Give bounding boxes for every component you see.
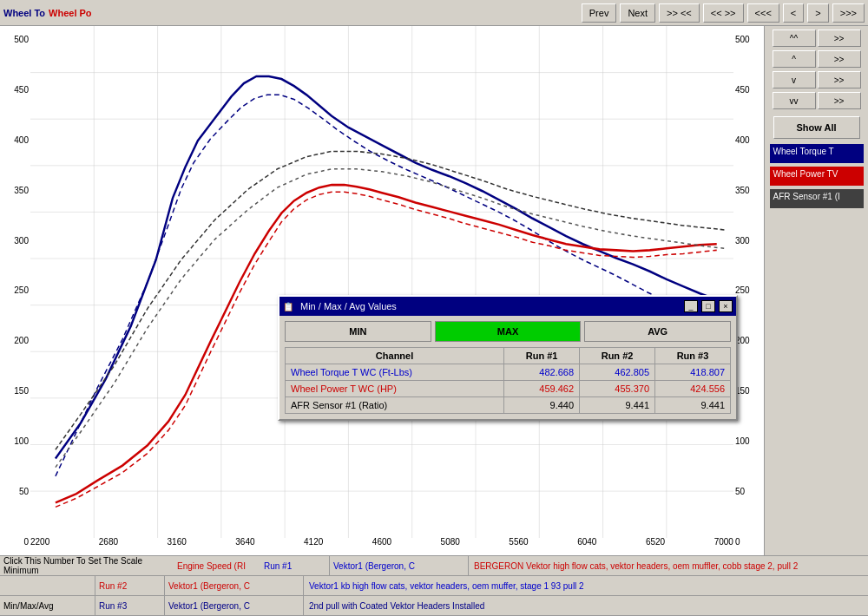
modal-dialog: 📋 Min / Max / Avg Values _ □ × MIN MAX A… (278, 295, 738, 421)
cell-power-run3: 424.556 (655, 381, 731, 397)
btn-forward-fastest[interactable]: >>> (832, 3, 865, 23)
scroll-right-fast-btn[interactable]: >> (818, 29, 861, 47)
modal-title: Min / Max / Avg Values (300, 301, 681, 311)
col-channel: Channel (286, 348, 504, 364)
table-row-power: Wheel Power T WC (HP) 459.462 455.370 42… (286, 381, 731, 397)
run3-full-desc: 2nd pull with Coated Vektor Headers Inst… (304, 596, 868, 615)
btn-back-fastest[interactable]: <<< (747, 3, 779, 23)
bottom-row-run3: Min/Max/Avg Run #3 Vektor1 (Bergeron, C … (0, 596, 868, 616)
btn-forward-fast[interactable]: >> << (659, 3, 700, 23)
run1-short-header: Vektor1 (Bergeron, C (330, 556, 469, 575)
cell-afr-run3: 9.441 (655, 397, 731, 414)
scroll-row-1: ^^ >> (773, 29, 861, 47)
col-run3: Run #3 (655, 348, 731, 364)
bottom-first-row: Click This Number To Set The Scale Minim… (0, 556, 868, 576)
run2-short: Vektor1 (Bergeron, C (165, 576, 304, 595)
bottom-bar: Click This Number To Set The Scale Minim… (0, 555, 868, 616)
modal-minimize-button[interactable]: _ (684, 300, 698, 312)
scroll-down-btn[interactable]: v (773, 71, 816, 88)
cell-power-run1: 459.462 (504, 381, 580, 397)
modal-titlebar: 📋 Min / Max / Avg Values _ □ × (279, 297, 736, 316)
scroll-row-3: v >> (773, 71, 861, 88)
cell-afr-run1: 9.440 (504, 397, 580, 414)
scroll-up-btn[interactable]: ^ (773, 50, 816, 68)
run1-label-header: Run #1 (260, 556, 330, 575)
chart-svg (30, 26, 733, 538)
cell-afr-run2: 9.441 (580, 397, 655, 414)
scroll-down-fast-btn[interactable]: vv (773, 92, 816, 109)
modal-maximize-button[interactable]: □ (701, 300, 715, 312)
legend-afr-sensor[interactable]: AFR Sensor #1 (I (770, 189, 864, 208)
tab-min[interactable]: MIN (285, 321, 431, 342)
run2-full-desc: Vektor1 kb high flow cats, vektor header… (304, 576, 868, 595)
next-button[interactable]: Next (620, 3, 655, 23)
cell-afr-channel: AFR Sensor #1 (Ratio) (286, 397, 504, 414)
cell-power-channel: Wheel Power T WC (HP) (286, 381, 504, 397)
chart-container: 500 450 400 350 300 250 200 150 100 50 0… (0, 26, 764, 555)
scroll-up-fast-btn[interactable]: ^^ (773, 29, 816, 47)
tab-max[interactable]: MAX (435, 321, 582, 342)
engine-speed-label: Engine Speed (RI (174, 560, 260, 573)
prev-button[interactable]: Prev (582, 3, 617, 23)
y-axis-right: 500 450 400 350 300 250 200 150 100 50 0 (733, 26, 764, 555)
run3-label: Run #3 (95, 596, 165, 615)
run3-short: Vektor1 (Bergeron, C (165, 596, 304, 615)
table-row-afr: AFR Sensor #1 (Ratio) 9.440 9.441 9.441 (286, 397, 731, 414)
tab-row: MIN MAX AVG (285, 321, 731, 342)
y-axis-left: 500 450 400 350 300 250 200 150 100 50 0 (0, 26, 30, 555)
click-scale-label: Click This Number To Set The Scale Minim… (0, 554, 174, 577)
min-max-avg-label (0, 576, 95, 595)
btn-left[interactable]: < (783, 3, 804, 23)
main-area: 500 450 400 350 300 250 200 150 100 50 0… (0, 26, 868, 555)
min-max-avg-label-2: Min/Max/Avg (0, 596, 95, 615)
run2-label: Run #2 (95, 576, 165, 595)
wheel-power-label: Wheel Po (49, 8, 92, 18)
modal-close-button[interactable]: × (719, 300, 733, 312)
wheel-torque-label: Wheel To (3, 8, 45, 18)
scroll-right-slow-btn[interactable]: >> (818, 71, 861, 88)
btn-back-fast[interactable]: << >> (703, 3, 744, 23)
run1-full-desc: BERGERON Vektor high flow cats, vektor h… (469, 556, 868, 575)
legend-wheel-torque[interactable]: Wheel Torque T (770, 144, 864, 163)
col-run2: Run #2 (580, 348, 655, 364)
cell-torque-run3: 418.807 (655, 364, 731, 381)
cell-torque-channel: Wheel Torque T WC (Ft-Lbs) (286, 364, 504, 381)
show-all-button[interactable]: Show All (773, 116, 860, 139)
right-panel: ^^ >> ^ >> v >> vv >> Show All Wheel Tor… (764, 26, 868, 555)
scroll-right-slowest-btn[interactable]: >> (818, 92, 861, 109)
scroll-row-2: ^ >> (773, 50, 861, 68)
cell-torque-run1: 482.668 (504, 364, 580, 381)
btn-right[interactable]: > (807, 3, 828, 23)
table-row-torque: Wheel Torque T WC (Ft-Lbs) 482.668 462.8… (286, 364, 731, 381)
x-axis: 2200 2680 3160 3640 4120 4600 5080 5560 … (30, 537, 733, 547)
scroll-row-4: vv >> (773, 92, 861, 109)
scroll-right-btn[interactable]: >> (818, 50, 861, 68)
data-table: Channel Run #1 Run #2 Run #3 Wheel Torqu… (285, 347, 731, 414)
cell-torque-run2: 462.805 (580, 364, 655, 381)
cell-power-run2: 455.370 (580, 381, 655, 397)
bottom-row-run2: Run #2 Vektor1 (Bergeron, C Vektor1 kb h… (0, 576, 868, 596)
top-bar: Wheel To Wheel Po Prev Next >> << << >> … (0, 0, 868, 26)
modal-content: MIN MAX AVG Channel Run #1 Run #2 Run #3 (279, 316, 736, 419)
col-run1: Run #1 (504, 348, 580, 364)
legend-wheel-power[interactable]: Wheel Power TV (770, 167, 864, 186)
tab-avg[interactable]: AVG (584, 321, 731, 342)
